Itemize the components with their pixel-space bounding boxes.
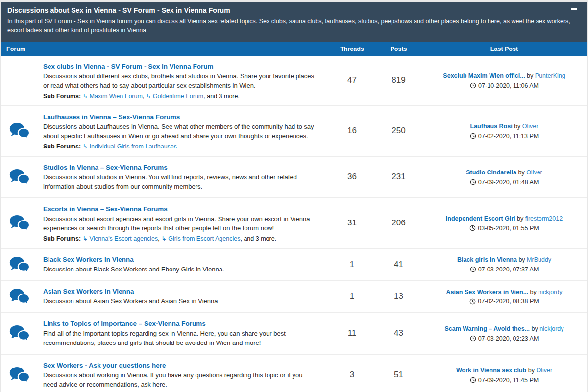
clock-icon — [469, 298, 476, 305]
last-post-by: by — [517, 256, 527, 263]
last-post-title-link[interactable]: Sexclub Maxim Wien offici... — [443, 73, 525, 79]
forum-description: Discussion about Asian Sex Workers and A… — [43, 296, 317, 306]
subforum-link[interactable]: Goldentime Forum — [153, 93, 204, 99]
forum-info-cell: Sex clubs in Vienna - SV Forum - Sex in … — [38, 56, 329, 105]
forum-title-link[interactable]: Asian Sex Workers in Vienna — [43, 288, 134, 295]
forum-info-cell: Asian Sex Workers in Vienna Discussion a… — [38, 281, 329, 312]
category-title: Discussions about Sex in Vienna - SV For… — [7, 6, 580, 14]
sub-forums-label: Sub Forums: — [43, 93, 83, 99]
subforum-arrow-icon: ↳ — [83, 143, 90, 150]
last-post-date: 07-09-2020, 01:48 AM — [478, 179, 539, 186]
subforum-link[interactable]: Girls from Escort Agencies — [168, 235, 240, 242]
last-post-line: Work in Vienna sex club by Oliver — [425, 367, 584, 375]
last-post-date: 07-10-2020, 11:06 AM — [478, 82, 539, 89]
forum-info-cell: Laufhauses in Vienna – Sex-Vienna Forums… — [38, 106, 329, 156]
last-post-by: by — [516, 169, 526, 176]
last-post-title-link[interactable]: Laufhaus Rosi — [470, 123, 513, 130]
subforum-link[interactable]: Maxim Wien Forum — [90, 93, 143, 99]
last-post-author-link[interactable]: PunterKing — [535, 73, 565, 79]
threads-count: 1 — [329, 260, 375, 270]
clock-icon — [470, 335, 476, 342]
forum-description: Discussions about different sex clubs, b… — [43, 72, 317, 91]
last-post-line: Studio Cindarella by Oliver — [425, 169, 584, 177]
forum-row: Escorts in Vienna – Sex-Vienna Forums Di… — [1, 198, 587, 249]
forum-category-panel: Discussions about Sex in Vienna - SV For… — [1, 2, 587, 392]
last-post-cell: Work in Vienna sex club by Oliver 07-09-… — [422, 365, 587, 386]
category-header: Discussions about Sex in Vienna - SV For… — [1, 2, 587, 42]
forum-row: Studios in Vienna – Sex-Vienna Forums Di… — [1, 157, 587, 198]
forum-info-cell: Studios in Vienna – Sex-Vienna Forums Di… — [38, 157, 329, 197]
comments-icon — [9, 122, 31, 140]
column-threads: Threads — [329, 46, 375, 52]
subforum-arrow-icon: ↳ — [146, 93, 153, 99]
forum-row: Links to Topics of Importance – Sex-Vien… — [1, 313, 587, 355]
forum-title-link[interactable]: Studios in Vienna – Sex-Vienna Forums — [43, 164, 168, 171]
posts-count: 41 — [375, 260, 422, 270]
forum-icon-cell — [1, 366, 38, 384]
last-post-by: by — [530, 325, 539, 332]
last-post-author-link[interactable]: firestorm2012 — [525, 215, 563, 222]
last-post-title-link[interactable]: Asian Sex Workers in Vien... — [446, 289, 528, 295]
last-post-by: by — [525, 73, 535, 79]
threads-count: 16 — [329, 126, 375, 136]
forum-description: Discussions about Laufhauses in Vienna. … — [43, 122, 317, 141]
forum-title-link[interactable]: Sex Workers - Ask your questions here — [43, 362, 166, 369]
clock-icon — [470, 82, 476, 89]
last-post-by: by — [515, 215, 525, 222]
comments-icon — [9, 366, 31, 384]
last-post-title-link[interactable]: Work in Vienna sex club — [456, 367, 526, 374]
forum-title-link[interactable]: Escorts in Vienna – Sex-Vienna Forums — [43, 205, 168, 213]
last-post-cell: Studio Cindarella by Oliver 07-09-2020, … — [422, 167, 587, 188]
last-post-by: by — [513, 123, 522, 130]
comments-icon — [9, 214, 31, 232]
collapse-icon[interactable] — [571, 7, 578, 12]
subforum-arrow-icon: ↳ — [161, 235, 168, 242]
last-post-date: 07-03-2020, 07:37 AM — [478, 266, 539, 273]
subforum-arrow-icon: ↳ — [83, 235, 90, 242]
forum-rows: Sex clubs in Vienna - SV Forum - Sex in … — [1, 56, 587, 392]
last-post-author-link[interactable]: MrBuddy — [527, 256, 551, 263]
forum-info-cell: Black Sex Workers in Vienna Discussion a… — [38, 249, 329, 280]
category-description: In this part of SV Forum - Sex in Vienna… — [7, 17, 578, 36]
forum-title-link[interactable]: Black Sex Workers in Vienna — [43, 256, 134, 263]
forum-icon-cell — [1, 324, 38, 342]
last-post-author-link[interactable]: Oliver — [536, 367, 552, 374]
forum-description: Find all of the important topics regardi… — [43, 329, 317, 348]
clock-icon — [469, 225, 476, 231]
last-post-date-line: 07-09-2020, 11:45 PM — [425, 377, 584, 384]
last-post-title-link[interactable]: Black girls in Vienna — [457, 256, 517, 263]
forum-icon-cell — [1, 72, 38, 89]
posts-count: 13 — [375, 292, 422, 301]
last-post-title-link[interactable]: Studio Cindarella — [466, 169, 516, 176]
last-post-cell: Black girls in Vienna by MrBuddy 07-03-2… — [422, 254, 587, 275]
forum-title-link[interactable]: Laufhauses in Vienna – Sex-Vienna Forums — [43, 113, 180, 121]
sub-forums-label: Sub Forums: — [43, 143, 83, 150]
last-post-title-link[interactable]: Independent Escort Girl — [446, 215, 515, 222]
subforum-link[interactable]: Individual Girls from Laufhauses — [90, 143, 177, 150]
threads-count: 11 — [329, 328, 375, 338]
last-post-cell: Scam Warning – Avoid thes... by nickjord… — [422, 323, 587, 344]
threads-count: 3 — [329, 370, 375, 380]
last-post-line: Independent Escort Girl by firestorm2012 — [425, 215, 584, 223]
forum-description: Discussions about working in Vienna. If … — [43, 370, 317, 390]
last-post-author-link[interactable]: nickjordy — [538, 289, 562, 295]
last-post-author-link[interactable]: nickjordy — [539, 325, 564, 332]
posts-count: 231 — [375, 172, 422, 182]
last-post-date-line: 07-02-2020, 08:38 PM — [425, 298, 584, 305]
column-header-bar: Forum Threads Posts Last Post — [1, 42, 587, 56]
last-post-line: Asian Sex Workers in Vien... by nickjord… — [425, 288, 584, 296]
last-post-title-link[interactable]: Scam Warning – Avoid thes... — [444, 325, 530, 332]
last-post-cell: Laufhaus Rosi by Oliver 07-02-2020, 11:1… — [422, 121, 587, 142]
forum-icon-cell — [1, 214, 38, 232]
subforum-link[interactable]: Vienna's Escort agencies — [90, 235, 158, 242]
forum-info-cell: Links to Topics of Importance – Sex-Vien… — [38, 313, 329, 354]
last-post-date: 07-02-2020, 08:38 PM — [478, 298, 539, 305]
forum-title-link[interactable]: Sex clubs in Vienna - SV Forum - Sex in … — [43, 63, 214, 70]
forum-description: Discussions about escort agencies and es… — [43, 214, 317, 233]
forum-title-link[interactable]: Links to Topics of Importance – Sex-Vien… — [43, 320, 206, 327]
last-post-author-link[interactable]: Oliver — [522, 123, 539, 130]
posts-count: 250 — [375, 126, 422, 136]
last-post-author-link[interactable]: Oliver — [526, 169, 542, 176]
sub-forums: Sub Forums: ↳ Vienna's Escort agencies, … — [43, 235, 317, 242]
last-post-date-line: 07-09-2020, 01:48 AM — [425, 179, 584, 186]
